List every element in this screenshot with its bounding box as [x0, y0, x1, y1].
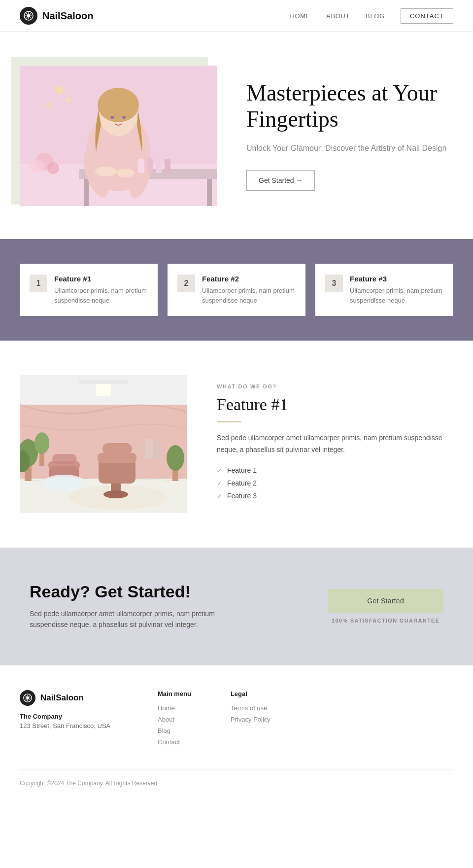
svg-rect-18: [147, 158, 153, 173]
nav-about[interactable]: ABOUT: [326, 12, 350, 20]
svg-point-27: [67, 98, 71, 103]
svg-point-25: [47, 162, 59, 174]
svg-point-26: [55, 86, 63, 94]
feature-desc-1: Ullamcorper primis, nam pretium suspendi…: [54, 286, 148, 305]
footer-legal: Legal Terms of use Privacy Policy: [231, 690, 270, 750]
svg-rect-31: [79, 380, 128, 384]
hero-content: Masterpieces at Your Fingertips Unlock Y…: [246, 80, 453, 191]
feature-desc-3: Ullamcorper primis, nam pretium suspendi…: [350, 286, 443, 305]
navbar: NailSaloon HOME ABOUT BLOG CONTACT: [0, 0, 473, 32]
feature-num-3: 3: [325, 275, 343, 292]
svg-point-52: [45, 477, 83, 490]
nav-home[interactable]: HOME: [290, 12, 310, 20]
footer-link-about[interactable]: About: [158, 716, 191, 723]
footer-brand: NailSaloon The Company 123 Street, San F…: [20, 690, 118, 750]
footer-terms[interactable]: Terms of use: [231, 704, 270, 712]
footer-address: 123 Street, San Francisco, USA: [20, 722, 118, 729]
footer-legal-title: Legal: [231, 690, 270, 697]
svg-rect-43: [52, 454, 77, 464]
salon-svg: [20, 375, 187, 513]
logo-svg: [23, 10, 34, 21]
nav-contact[interactable]: CONTACT: [401, 8, 453, 24]
cta-right: Get Started 100% SATISFACTION GUARANTEE: [328, 589, 443, 624]
svg-rect-53: [145, 439, 153, 459]
cta-guarantee: 100% SATISFACTION GUARANTEE: [328, 618, 443, 624]
footer-link-blog[interactable]: Blog: [158, 727, 191, 734]
svg-point-50: [34, 432, 49, 454]
what-list: ✓ Feature 1 ✓ Feature 2 ✓ Feature 3: [217, 466, 453, 500]
check-icon-3: ✓: [217, 492, 222, 500]
svg-point-1: [27, 14, 30, 17]
footer: NailSaloon The Company 123 Street, San F…: [0, 665, 473, 801]
footer-company: The Company: [20, 713, 118, 720]
footer-link-contact[interactable]: Contact: [158, 738, 191, 746]
hero-section: Masterpieces at Your Fingertips Unlock Y…: [0, 32, 473, 239]
features-band: 1 Feature #1 Ullamcorper primis, nam pre…: [0, 239, 473, 341]
svg-rect-32: [96, 384, 111, 396]
footer-logo: NailSaloon: [20, 690, 118, 706]
hero-title: Masterpieces at Your Fingertips: [246, 80, 453, 133]
what-list-item-1: ✓ Feature 1: [217, 466, 453, 474]
svg-rect-17: [138, 159, 144, 173]
feature-title-2: Feature #2: [202, 275, 296, 283]
feature-num-2: 2: [177, 275, 195, 292]
nav-links: HOME ABOUT BLOG CONTACT: [290, 8, 453, 24]
feature-card-1: 1 Feature #1 Ullamcorper primis, nam pre…: [20, 264, 158, 316]
salon-image: [20, 375, 187, 513]
svg-rect-38: [102, 443, 132, 455]
svg-point-15: [110, 116, 114, 119]
feature-num-1: 1: [30, 275, 47, 292]
cta-left: Ready? Get Started! Sed pede ullamcorper…: [30, 582, 246, 630]
check-icon-1: ✓: [217, 467, 222, 474]
svg-point-24: [30, 160, 44, 174]
svg-point-22: [117, 169, 135, 177]
footer-main-menu: Main menu Home About Blog Contact: [158, 690, 191, 750]
cta-desc: Sed pede ullamcorper amet ullamcorper pr…: [30, 608, 246, 630]
feature-desc-2: Ullamcorper primis, nam pretium suspendi…: [202, 286, 296, 305]
check-icon-2: ✓: [217, 480, 222, 487]
footer-main-menu-title: Main menu: [158, 690, 191, 697]
nav-blog[interactable]: BLOG: [366, 12, 385, 20]
footer-copyright: Copyright ©2024 The Company. All Rights …: [20, 780, 453, 787]
cta-section: Ready? Get Started! Sed pede ullamcorper…: [0, 548, 473, 665]
what-desc: Sed pede ullamcorper amet ullamcorper pr…: [217, 432, 453, 456]
svg-point-48: [167, 445, 184, 471]
svg-rect-8: [84, 179, 89, 206]
footer-logo-text: NailSaloon: [40, 693, 84, 703]
what-list-item-2: ✓ Feature 2: [217, 479, 453, 487]
what-title: Feature #1: [217, 395, 453, 414]
logo[interactable]: NailSaloon: [20, 7, 93, 25]
hero-subtitle: Unlock Your Glamour: Discover the Artist…: [246, 142, 453, 154]
svg-rect-54: [155, 442, 161, 459]
svg-point-56: [26, 696, 29, 699]
svg-rect-19: [156, 160, 162, 173]
footer-link-home[interactable]: Home: [158, 704, 191, 712]
cta-button[interactable]: Get Started: [328, 589, 443, 613]
feature-title-1: Feature #1: [54, 275, 148, 283]
what-section: WHAT DO WE DO? Feature #1 Sed pede ullam…: [0, 341, 473, 548]
svg-point-16: [122, 116, 126, 119]
feature-card-3: 3 Feature #3 Ullamcorper primis, nam pre…: [315, 264, 453, 316]
svg-point-28: [46, 102, 52, 108]
svg-point-14: [98, 88, 139, 122]
hero-image-wrapper: [20, 66, 217, 206]
feature-title-3: Feature #3: [350, 275, 443, 283]
svg-point-21: [95, 167, 117, 176]
feature-card-2: 2 Feature #2 Ullamcorper primis, nam pre…: [168, 264, 305, 316]
svg-rect-9: [207, 179, 212, 206]
footer-logo-icon: [20, 690, 35, 706]
what-list-item-3: ✓ Feature 3: [217, 492, 453, 500]
hero-cta-button[interactable]: Get Started →: [246, 170, 315, 191]
svg-rect-20: [165, 159, 170, 173]
footer-privacy[interactable]: Privacy Policy: [231, 716, 270, 723]
logo-icon: [20, 7, 37, 25]
hero-illustration-svg: [20, 66, 217, 206]
footer-logo-svg: [23, 693, 33, 703]
logo-text: NailSaloon: [42, 10, 93, 22]
footer-bottom: Copyright ©2024 The Company. All Rights …: [20, 769, 453, 787]
svg-point-40: [103, 490, 128, 498]
footer-top: NailSaloon The Company 123 Street, San F…: [20, 690, 453, 750]
what-divider: [217, 421, 241, 422]
cta-title: Ready? Get Started!: [30, 582, 246, 601]
hero-image: [20, 66, 217, 206]
